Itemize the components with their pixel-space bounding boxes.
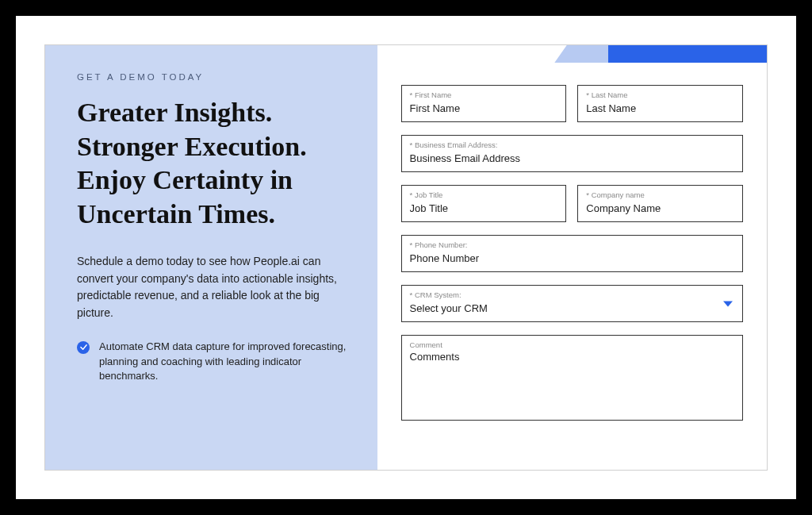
email-input[interactable] (410, 152, 734, 164)
form-row-comment: Comment (401, 335, 743, 421)
job-title-input[interactable] (410, 202, 558, 214)
email-field-wrap: * Business Email Address: (401, 135, 743, 172)
form-row-job-company: * Job Title * Company name (401, 185, 743, 222)
phone-input[interactable] (410, 252, 734, 264)
crm-label: * CRM System: (410, 290, 734, 299)
company-input[interactable] (586, 202, 734, 214)
ribbon-accent (608, 45, 767, 63)
eyebrow-text: GET A DEMO TODAY (77, 72, 354, 82)
company-label: * Company name (586, 190, 734, 199)
form-row-phone: * Phone Number: (401, 235, 743, 272)
first-name-input[interactable] (410, 102, 558, 114)
last-name-field-wrap: * Last Name (577, 85, 743, 122)
bullet-item: Automate CRM data capture for improved f… (77, 340, 354, 385)
phone-label: * Phone Number: (410, 240, 734, 249)
right-panel: * First Name * Last Name * Business Emai… (377, 45, 767, 470)
crm-select[interactable] (410, 302, 734, 314)
last-name-input[interactable] (586, 102, 734, 114)
check-icon (77, 341, 90, 354)
comment-textarea[interactable] (410, 351, 734, 406)
chevron-down-icon (723, 301, 733, 306)
crm-select-wrap[interactable]: * CRM System: (401, 285, 743, 322)
phone-field-wrap: * Phone Number: (401, 235, 743, 272)
demo-form: * First Name * Last Name * Business Emai… (401, 85, 743, 421)
last-name-label: * Last Name (586, 90, 734, 99)
left-panel: GET A DEMO TODAY Greater Insights. Stron… (45, 45, 377, 470)
job-title-label: * Job Title (410, 190, 558, 199)
company-field-wrap: * Company name (577, 185, 743, 222)
comment-label: Comment (410, 340, 734, 349)
demo-card: GET A DEMO TODAY Greater Insights. Stron… (44, 44, 768, 471)
page-frame: GET A DEMO TODAY Greater Insights. Stron… (0, 0, 812, 515)
form-row-crm: * CRM System: (401, 285, 743, 322)
form-row-name: * First Name * Last Name (401, 85, 743, 122)
headline: Greater Insights. Stronger Execution. En… (77, 96, 354, 231)
form-row-email: * Business Email Address: (401, 135, 743, 172)
job-title-field-wrap: * Job Title (401, 185, 567, 222)
first-name-field-wrap: * First Name (401, 85, 567, 122)
email-label: * Business Email Address: (410, 140, 734, 149)
bullet-text: Automate CRM data capture for improved f… (99, 340, 354, 385)
comment-field-wrap: Comment (401, 335, 743, 421)
first-name-label: * First Name (410, 90, 558, 99)
subcopy: Schedule a demo today to see how People.… (77, 253, 354, 322)
